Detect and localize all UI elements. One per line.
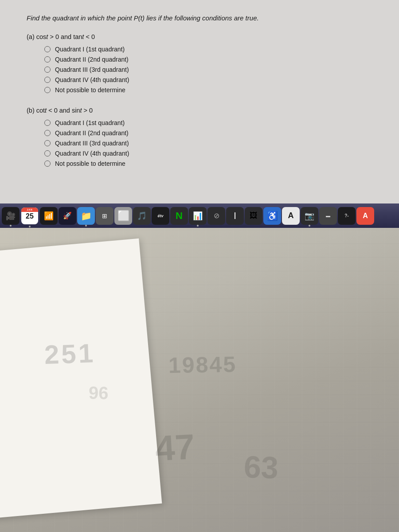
dock-calendar[interactable]: JAN 25: [20, 206, 39, 226]
radio-button[interactable]: [44, 66, 51, 73]
part-a-label: (a) cost > 0 and tant < 0: [27, 33, 377, 40]
dock-launchpad[interactable]: 🚀: [59, 207, 76, 225]
radio-button[interactable]: [44, 77, 51, 83]
part-a-option-1[interactable]: Quadrant I (1st quadrant): [44, 46, 377, 53]
dock-terminal[interactable]: ?-: [338, 207, 356, 225]
dock-barchart[interactable]: 📊: [189, 207, 207, 225]
question-content: Find the quadrant in which the point P(t…: [0, 0, 399, 204]
part-b-label: (b) cott < 0 and sint > 0: [27, 107, 377, 114]
radio-button[interactable]: [44, 150, 51, 156]
part-a-option-3[interactable]: Quadrant III (3rd quadrant): [44, 66, 377, 73]
dock-wifi[interactable]: 📶: [40, 207, 58, 225]
browser-screen: Find the quadrant in which the point P(t…: [0, 0, 399, 217]
part-b-options: Quadrant I (1st quadrant) Quadrant II (2…: [44, 119, 377, 167]
dock-files[interactable]: 📁: [77, 207, 95, 225]
dock-signal[interactable]: N: [170, 207, 188, 225]
part-b-option-1[interactable]: Quadrant I (1st quadrant): [44, 119, 377, 126]
embossed-text-5: 63: [243, 449, 279, 486]
radio-button[interactable]: [44, 140, 51, 146]
dock-appletv[interactable]: étv: [152, 207, 169, 225]
paper-piece: [0, 239, 162, 519]
part-b-option-4[interactable]: Quadrant IV (4th quadrant): [44, 150, 377, 157]
dock-pdf[interactable]: A: [356, 207, 374, 225]
macos-dock: 🎥 JAN 25 📶 🚀 📁 ⊞ ⬜ 🎵 étv N: [0, 203, 399, 228]
dock-camera[interactable]: 📷: [301, 207, 318, 225]
embossed-text-3: 96: [89, 383, 109, 403]
embossed-text-4: 47: [154, 426, 196, 469]
dock-accessibility[interactable]: ♿: [263, 207, 281, 225]
embossed-text-2: 19845: [168, 352, 237, 379]
part-a-option-2[interactable]: Quadrant II (2nd quadrant): [44, 56, 377, 63]
calendar-icon: JAN 25: [21, 207, 38, 224]
radio-button[interactable]: [44, 87, 51, 93]
part-b-option-2[interactable]: Quadrant II (2nd quadrant): [44, 129, 377, 137]
part-b-option-5[interactable]: Not possible to determine: [44, 160, 377, 167]
dock-rectangle[interactable]: ▬: [319, 207, 337, 225]
dock-photo[interactable]: 🖼: [245, 207, 262, 225]
dock-circle-slash[interactable]: ⊘: [207, 207, 225, 225]
calendar-day: 25: [26, 213, 34, 220]
radio-button[interactable]: [44, 130, 51, 136]
part-a-option-5[interactable]: Not possible to determine: [44, 86, 377, 94]
radio-button[interactable]: [44, 46, 51, 52]
dock-video-camera[interactable]: 🎥: [2, 207, 20, 225]
part-a-options: Quadrant I (1st quadrant) Quadrant II (2…: [44, 46, 377, 94]
dock-a-icon[interactable]: A: [282, 207, 300, 225]
dock-text-cursor[interactable]: I: [226, 207, 244, 225]
radio-button[interactable]: [44, 120, 51, 126]
calendar-month: JAN: [21, 207, 38, 212]
dock-grid[interactable]: ⊞: [96, 207, 113, 225]
radio-button[interactable]: [44, 160, 51, 167]
embossed-text: 251: [44, 338, 96, 370]
appletv-label: étv: [157, 214, 163, 218]
dock-music[interactable]: 🎵: [133, 207, 151, 225]
part-b-option-3[interactable]: Quadrant III (3rd quadrant): [44, 140, 377, 147]
radio-button[interactable]: [44, 56, 51, 63]
main-question: Find the quadrant in which the point P(t…: [27, 13, 377, 23]
part-a-option-4[interactable]: Quadrant IV (4th quadrant): [44, 76, 377, 83]
dock-white-square[interactable]: ⬜: [114, 207, 132, 225]
desk-area: 251 19845 96 47 63: [0, 228, 399, 532]
